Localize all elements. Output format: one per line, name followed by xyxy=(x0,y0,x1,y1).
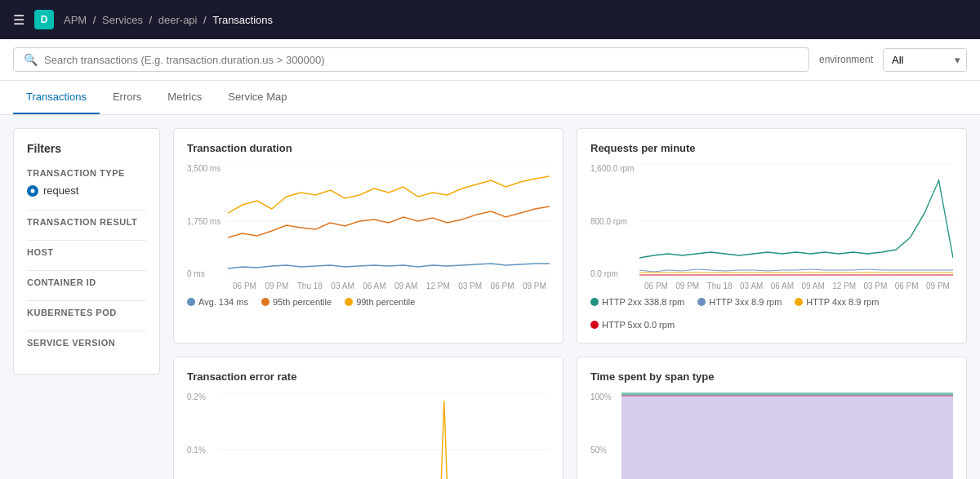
search-input[interactable] xyxy=(44,54,799,66)
top-nav: ☰ D APM / Services / deer-api / Transact… xyxy=(0,0,980,39)
environment-label: environment xyxy=(819,54,873,65)
legend-td: Avg. 134 ms 95th percentile 99th percent… xyxy=(187,297,550,307)
hamburger-icon[interactable]: ☰ xyxy=(13,12,24,28)
filter-service-version-label: SERVICE VERSION xyxy=(27,338,146,348)
chart-error-rate: Transaction error rate 0.2% 0.1% 0% xyxy=(173,357,564,479)
tab-metrics[interactable]: Metrics xyxy=(154,81,215,114)
filter-kubernetes-pod-label: KUBERNETES POD xyxy=(27,308,146,317)
y-mid-er: 0.1% xyxy=(187,446,218,455)
chart-rpm-svg xyxy=(639,164,953,278)
legend-label-2xx: HTTP 2xx 338.8 rpm xyxy=(602,297,684,307)
search-icon: 🔍 xyxy=(24,53,38,66)
chart-rpm-title: Requests per minute xyxy=(590,142,953,154)
tab-service-map[interactable]: Service Map xyxy=(215,81,300,114)
legend-rpm-3xx: HTTP 3xx 8.9 rpm xyxy=(697,297,782,307)
breadcrumb: APM / Services / deer-api / Transactions xyxy=(64,14,273,26)
breadcrumb-current: Transactions xyxy=(212,14,273,26)
y-max-rpm: 1,600.0 rpm xyxy=(590,164,639,173)
legend-dot-4xx xyxy=(795,298,803,306)
legend-dot-5xx xyxy=(590,321,599,329)
legend-rpm-2xx: HTTP 2xx 338.8 rpm xyxy=(590,297,684,307)
legend-label-99th: 99th percentile xyxy=(356,297,415,307)
y-axis-transaction-duration: 3,500 ms 1,750 ms 0 ms xyxy=(187,164,228,278)
divider-4 xyxy=(27,300,146,301)
divider-2 xyxy=(27,240,146,241)
divider-1 xyxy=(27,210,146,211)
y-max-er: 0.2% xyxy=(187,393,218,401)
legend-label-95th: 95th percentile xyxy=(273,297,332,307)
divider-3 xyxy=(27,270,146,271)
environment-select[interactable]: All Production Staging xyxy=(883,48,967,72)
chart-error-rate-title: Transaction error rate xyxy=(187,370,550,383)
filter-transaction-type-label: TRANSACTION TYPE xyxy=(27,168,146,178)
search-input-wrap[interactable]: 🔍 xyxy=(13,47,809,72)
svg-marker-9 xyxy=(621,397,953,479)
filters-title: Filters xyxy=(27,142,146,155)
x-axis-td: 06 PM09 PMThu 1803 AM06 AM09 AM12 PM03 P… xyxy=(229,282,550,291)
main-layout: Filters TRANSACTION TYPE request TRANSAC… xyxy=(0,115,980,479)
legend-dot-avg xyxy=(187,298,195,306)
divider-5 xyxy=(27,330,146,331)
filters-panel: Filters TRANSACTION TYPE request TRANSAC… xyxy=(13,128,160,375)
legend-rpm: HTTP 2xx 338.8 rpm HTTP 3xx 8.9 rpm HTTP… xyxy=(590,297,953,330)
breadcrumb-services[interactable]: Services xyxy=(102,14,143,26)
filter-host: HOST xyxy=(27,247,146,257)
legend-label-5xx: HTTP 5xx 0.0 rpm xyxy=(602,320,675,330)
y-max-st: 100% xyxy=(590,393,621,401)
filter-request-label: request xyxy=(43,184,78,197)
filter-container-id-label: CONTAINER ID xyxy=(27,277,146,287)
search-bar: 🔍 environment All Production Staging xyxy=(0,39,980,81)
legend-rpm-4xx: HTTP 4xx 8.9 rpm xyxy=(795,297,879,307)
filter-request-radio[interactable] xyxy=(27,185,38,197)
legend-td-95th: 95th percentile xyxy=(261,297,332,307)
x-axis-rpm: 06 PM09 PMThu 1803 AM06 AM09 AM12 PM03 P… xyxy=(641,282,953,291)
app-logo: D xyxy=(34,10,54,29)
legend-td-99th: 99th percentile xyxy=(345,297,415,307)
filter-host-label: HOST xyxy=(27,247,146,257)
legend-dot-95th xyxy=(261,298,270,306)
tab-transactions[interactable]: Transactions xyxy=(13,81,100,114)
legend-dot-3xx xyxy=(697,298,706,306)
chart-span-type-title: Time spent by span type xyxy=(590,370,953,383)
tabs-bar: Transactions Errors Metrics Service Map xyxy=(0,81,980,115)
y-min-td: 0 ms xyxy=(187,269,228,278)
filter-kubernetes-pod: KUBERNETES POD xyxy=(27,308,146,317)
filter-request-option[interactable]: request xyxy=(27,184,146,197)
legend-dot-99th xyxy=(345,298,353,306)
chart-span-type: Time spent by span type 100% 50% 0% xyxy=(577,357,967,479)
y-min-rpm: 0.0 rpm xyxy=(590,269,639,278)
chart-requests-per-minute: Requests per minute 1,600.0 rpm 800.0 rp… xyxy=(577,128,967,344)
legend-label-3xx: HTTP 3xx 8.9 rpm xyxy=(709,297,782,307)
filter-transaction-type: TRANSACTION TYPE request xyxy=(27,168,146,197)
chart-transaction-duration: Transaction duration 3,500 ms 1,750 ms 0… xyxy=(173,128,564,344)
legend-label-4xx: HTTP 4xx 8.9 rpm xyxy=(806,297,879,307)
y-max-td: 3,500 ms xyxy=(187,164,228,173)
legend-rpm-5xx: HTTP 5xx 0.0 rpm xyxy=(590,320,675,330)
chart-er-svg xyxy=(218,393,550,479)
legend-td-avg: Avg. 134 ms xyxy=(187,297,248,307)
tab-errors[interactable]: Errors xyxy=(100,81,154,114)
chart-td-svg xyxy=(228,164,550,278)
filter-service-version: SERVICE VERSION xyxy=(27,338,146,348)
chart-transaction-duration-title: Transaction duration xyxy=(187,142,550,154)
environment-select-wrap: All Production Staging xyxy=(883,48,967,72)
legend-label-avg: Avg. 134 ms xyxy=(198,297,248,307)
chart-st-svg xyxy=(621,393,953,479)
charts-grid: Transaction duration 3,500 ms 1,750 ms 0… xyxy=(173,128,967,479)
filter-transaction-result: TRANSACTION RESULT xyxy=(27,217,146,227)
y-mid-td: 1,750 ms xyxy=(187,217,228,226)
filter-container-id: CONTAINER ID xyxy=(27,277,146,287)
breadcrumb-deerapi[interactable]: deer-api xyxy=(158,14,198,26)
breadcrumb-apm[interactable]: APM xyxy=(64,14,87,26)
filter-transaction-result-label: TRANSACTION RESULT xyxy=(27,217,146,227)
y-mid-st: 50% xyxy=(590,446,621,455)
legend-dot-2xx xyxy=(590,298,599,306)
y-mid-rpm: 800.0 rpm xyxy=(590,217,639,226)
